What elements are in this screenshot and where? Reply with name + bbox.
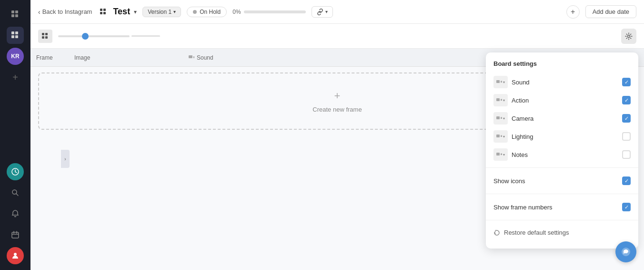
svg-rect-36 — [501, 135, 502, 137]
field-row-sound: ▾ Sound ✓ — [486, 73, 638, 91]
show-icons-checkbox[interactable]: ✓ — [622, 177, 631, 185]
progress-bar — [244, 10, 306, 13]
gear-icon — [625, 32, 633, 40]
svg-rect-35 — [496, 135, 500, 137]
frame-col-label: Frame — [36, 54, 53, 61]
svg-rect-33 — [496, 116, 500, 119]
sound-col-label: Sound — [197, 54, 213, 61]
show-icons-row: Show icons ✓ — [486, 172, 638, 190]
svg-rect-2 — [11, 14, 14, 17]
add-due-date-button[interactable]: Add due date — [585, 5, 636, 18]
toolbar — [30, 24, 644, 49]
restore-label: Restore default settings — [504, 229, 569, 236]
svg-rect-16 — [100, 9, 102, 11]
panel-divider-3 — [486, 220, 638, 220]
board-settings-title: Board settings — [486, 60, 638, 73]
add-button[interactable]: + — [566, 5, 580, 19]
back-to-instagram-link[interactable]: ‹ Back to Instagram — [38, 8, 92, 16]
svg-rect-38 — [501, 154, 502, 156]
status-dot-icon — [193, 10, 197, 14]
title-grid-icon[interactable] — [98, 6, 109, 18]
field-checkbox-action[interactable]: ✓ — [622, 96, 631, 104]
svg-rect-18 — [100, 12, 102, 14]
status-badge[interactable]: On Hold — [187, 7, 227, 17]
svg-rect-31 — [496, 98, 500, 101]
field-icon-sound: ▾ — [493, 76, 508, 88]
svg-rect-32 — [501, 99, 502, 101]
svg-rect-3 — [15, 14, 18, 17]
svg-rect-22 — [42, 36, 44, 39]
svg-rect-26 — [193, 56, 194, 58]
field-row-lighting: ▾ Lighting — [486, 127, 638, 145]
status-label: On Hold — [200, 9, 221, 15]
sidebar-apps-icon[interactable] — [7, 27, 24, 44]
restore-defaults-row[interactable]: Restore default settings — [486, 224, 638, 241]
svg-rect-17 — [103, 9, 106, 11]
calendar-icon[interactable] — [7, 226, 24, 243]
field-checkbox-camera[interactable]: ✓ — [622, 114, 631, 123]
svg-point-24 — [628, 35, 630, 37]
profile-icon[interactable] — [7, 247, 24, 264]
show-frame-numbers-checkbox[interactable]: ✓ — [622, 203, 631, 211]
field-icon-lighting: ▾ — [493, 130, 508, 143]
timeline-slider[interactable] — [58, 35, 160, 37]
field-icon-camera: ▾ — [493, 112, 508, 125]
svg-rect-29 — [496, 80, 500, 83]
svg-rect-37 — [496, 153, 500, 156]
sidebar-home-icon[interactable] — [7, 6, 24, 23]
restore-icon — [493, 229, 500, 236]
show-frame-numbers-label: Show frame numbers — [493, 204, 618, 211]
field-label-sound: Sound — [512, 79, 618, 86]
link-icon — [317, 9, 323, 15]
field-icon-action: ▾ — [493, 94, 508, 106]
image-col-label: Image — [74, 54, 90, 61]
field-checkbox-sound[interactable]: ✓ — [622, 78, 631, 86]
slider-right-line — [131, 35, 160, 37]
slider-thumb[interactable] — [82, 33, 89, 40]
view-toggle — [38, 30, 52, 43]
svg-rect-21 — [45, 33, 48, 35]
top-nav: ‹ Back to Instagram Test ▾ Version 1 ▾ O… — [30, 0, 644, 24]
title-chevron-icon[interactable]: ▾ — [134, 9, 137, 15]
search-icon[interactable] — [7, 184, 24, 201]
svg-rect-25 — [189, 55, 192, 58]
field-checkbox-lighting[interactable] — [622, 132, 631, 141]
svg-rect-7 — [15, 35, 18, 38]
create-frame-plus-icon: + — [334, 90, 341, 102]
back-label: Back to Instagram — [42, 8, 92, 15]
version-selector[interactable]: Version 1 ▾ — [142, 7, 181, 17]
svg-rect-19 — [103, 12, 106, 14]
chevron-link-icon: ▾ — [325, 9, 328, 14]
svg-rect-1 — [15, 10, 18, 13]
field-row-notes: ▾ Notes — [486, 145, 638, 164]
field-icon-notes: ▾ — [493, 148, 508, 161]
field-label-action: Action — [512, 97, 618, 104]
board-settings-panel: Board settings ▾ Sound ✓ ▾ Acti — [486, 52, 638, 249]
progress-pct: 0% — [232, 9, 241, 15]
main-area: Frame Image Sound Action + Create new fr… — [30, 24, 644, 270]
svg-rect-4 — [11, 31, 14, 34]
history-icon[interactable] — [7, 163, 24, 180]
sidebar: KR + — [0, 0, 30, 270]
progress-area: 0% — [232, 9, 305, 15]
settings-button[interactable] — [621, 29, 636, 44]
field-label-lighting: Lighting — [512, 133, 618, 140]
add-workspace-icon[interactable]: + — [7, 69, 24, 86]
chat-bubble-button[interactable] — [615, 241, 636, 262]
back-chevron-icon: ‹ — [38, 8, 40, 16]
bell-icon[interactable] — [7, 205, 24, 222]
copy-link-button[interactable]: ▾ — [312, 6, 333, 18]
svg-rect-23 — [45, 36, 48, 39]
collapse-button[interactable]: › — [61, 150, 70, 168]
svg-rect-0 — [11, 10, 14, 13]
field-row-camera: ▾ Camera ✓ — [486, 109, 638, 127]
create-frame-label: Create new frame — [312, 106, 362, 113]
svg-rect-5 — [15, 31, 18, 34]
sound-col-icon — [189, 55, 194, 61]
field-checkbox-notes[interactable] — [622, 150, 631, 159]
panel-divider-2 — [486, 194, 638, 194]
chat-icon — [621, 247, 631, 257]
avatar[interactable]: KR — [7, 48, 24, 65]
grid-view-button[interactable] — [38, 30, 52, 43]
show-icons-label: Show icons — [493, 177, 618, 185]
